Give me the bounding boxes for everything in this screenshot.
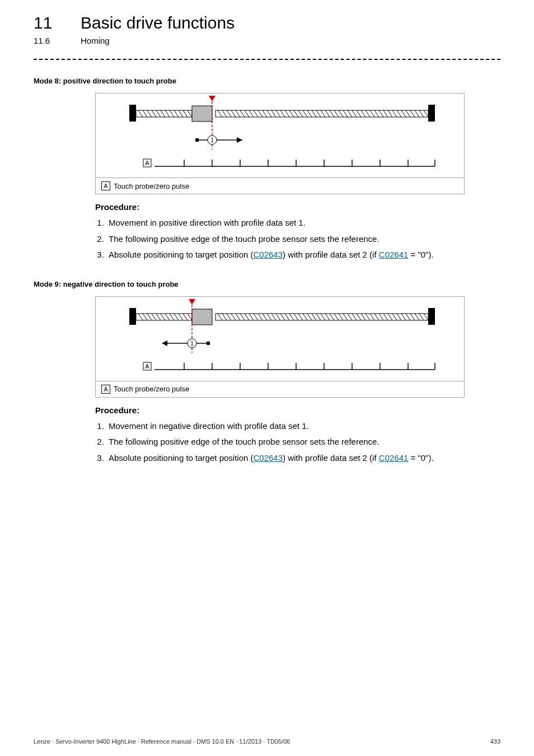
footer-text: Lenze · Servo-Inverter 9400 HighLine · R… xyxy=(34,738,290,745)
link-c02643[interactable]: C02643 xyxy=(254,453,283,463)
mode9-step-1: Movement in negative direction with prof… xyxy=(106,418,500,435)
svg-marker-65 xyxy=(209,96,216,101)
mode9-step3-pre: Absolute positioning to target position … xyxy=(109,453,254,463)
mode9-procedure-list: Movement in negative direction with prof… xyxy=(95,418,500,466)
mode8-step-2: The following positive edge of the touch… xyxy=(106,231,500,248)
svg-rect-153 xyxy=(207,342,210,345)
link-c02643[interactable]: C02643 xyxy=(254,250,283,259)
mode8-diagram: 1 A xyxy=(96,94,464,178)
svg-rect-0 xyxy=(129,105,136,122)
mode8-step3-post: = "0"). xyxy=(408,250,433,259)
separator-dashes xyxy=(34,59,500,60)
mode9-step-2: The following positive edge of the touch… xyxy=(106,434,500,450)
mode8-procedure-list: Movement in positive direction with prof… xyxy=(95,215,500,263)
mode8-procedure-label: Procedure: xyxy=(95,202,500,212)
mode8-step-1: Movement in positive direction with prof… xyxy=(106,215,500,231)
mode8-step-3: Absolute positioning to target position … xyxy=(106,247,500,263)
mode9-diagram: 1 A xyxy=(96,297,464,381)
mode8-figure: 1 A A Touch probe/zero pulse xyxy=(95,93,465,194)
legend-letter-icon: A xyxy=(101,181,110,190)
svg-rect-97 xyxy=(192,309,212,325)
chapter-title: Basic drive functions xyxy=(81,13,235,32)
step-marker-1: 1 xyxy=(190,340,194,347)
step-marker-1: 1 xyxy=(210,137,214,143)
mode9-heading: Mode 9: negative direction to touch prob… xyxy=(34,280,500,288)
ruler-letter-A: A xyxy=(145,160,149,166)
mode8-legend: A Touch probe/zero pulse xyxy=(96,178,464,194)
mode9-figure: 1 A A Touch probe/zero pulse xyxy=(95,296,465,398)
svg-rect-66 xyxy=(195,138,199,142)
svg-rect-14 xyxy=(192,106,212,122)
mode9-legend: A Touch probe/zero pulse xyxy=(96,381,464,397)
mode9-procedure-label: Procedure: xyxy=(95,405,500,415)
mode8-step3-pre: Absolute positioning to target position … xyxy=(109,250,254,259)
svg-marker-150 xyxy=(162,340,167,346)
svg-marker-70 xyxy=(237,137,242,143)
link-c02641[interactable]: C02641 xyxy=(379,250,409,259)
section-title: Homing xyxy=(81,36,110,45)
ruler-letter-A: A xyxy=(145,363,149,370)
page-number: 433 xyxy=(490,738,500,745)
svg-marker-148 xyxy=(189,299,195,305)
legend-text: Touch probe/zero pulse xyxy=(114,182,189,190)
mode8-step3-mid: ) with profile data set 2 (if xyxy=(283,250,379,259)
legend-text: Touch probe/zero pulse xyxy=(114,385,189,393)
mode9-step-3: Absolute positioning to target position … xyxy=(106,450,500,466)
link-c02641[interactable]: C02641 xyxy=(379,453,409,463)
mode9-step3-mid: ) with profile data set 2 (if xyxy=(283,453,379,463)
chapter-number: 11 xyxy=(34,13,60,32)
svg-rect-63 xyxy=(428,105,435,122)
svg-rect-83 xyxy=(129,308,136,325)
section-number: 11.6 xyxy=(34,36,60,45)
legend-letter-icon: A xyxy=(101,385,110,394)
mode8-heading: Mode 8: positive direction to touch prob… xyxy=(34,77,500,85)
svg-rect-146 xyxy=(428,308,435,325)
mode9-step3-post: = "0"). xyxy=(408,453,433,463)
